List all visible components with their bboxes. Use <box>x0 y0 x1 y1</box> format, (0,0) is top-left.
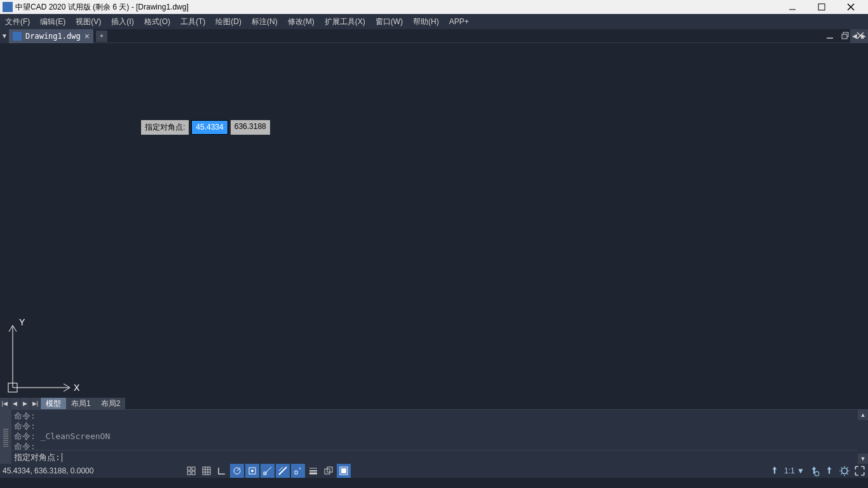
status-otrack-button[interactable] <box>261 464 275 478</box>
svg-rect-14 <box>187 471 191 475</box>
layout-tab-layout2[interactable]: 布局2 <box>96 398 126 409</box>
status-grid-button[interactable] <box>200 464 214 478</box>
status-polar-button[interactable] <box>230 464 244 478</box>
command-window-grip[interactable] <box>0 410 11 464</box>
svg-rect-6 <box>842 34 847 39</box>
command-prompt: 指定对角点: <box>14 452 60 463</box>
ucs-x-label: X <box>74 383 80 393</box>
command-window: 命令: 命令: 命令: _CleanScreenON 命令: 指定对角点: ▲ … <box>0 409 868 464</box>
menu-window[interactable]: 窗口(W) <box>376 17 403 27</box>
window-minimize-button[interactable] <box>778 0 807 14</box>
mdi-window-controls <box>825 30 865 41</box>
status-cycle-button[interactable] <box>322 464 336 478</box>
status-osnap-button[interactable] <box>245 464 259 478</box>
command-history[interactable]: 命令: 命令: 命令: _CleanScreenON 命令: <box>11 410 858 450</box>
status-settings-icon[interactable] <box>839 465 850 477</box>
document-tab-close-button[interactable]: × <box>85 31 90 41</box>
status-snap-button[interactable] <box>184 464 198 478</box>
drawing-canvas[interactable]: 指定对角点: 45.4334 636.3188 Y X <box>0 43 868 394</box>
menu-edit[interactable]: 编辑(E) <box>40 17 65 27</box>
menu-draw[interactable]: 绘图(D) <box>215 17 241 27</box>
command-history-line: 命令: <box>14 411 855 421</box>
statusbar: 45.4334, 636.3188, 0.0000 + 1:1 ▼ <box>0 464 868 478</box>
mdi-restore-button[interactable] <box>840 30 850 41</box>
dwg-file-icon <box>13 32 22 41</box>
svg-rect-1 <box>818 4 825 10</box>
status-cleanscreen-icon[interactable] <box>854 465 865 477</box>
dynamic-input-tooltip: 指定对角点: 45.4334 636.3188 <box>141 120 270 135</box>
status-dyn-button[interactable]: + <box>291 464 305 478</box>
status-annotation-autoscale-icon[interactable] <box>824 465 835 477</box>
svg-rect-31 <box>341 468 346 473</box>
layout-tab-model[interactable]: 模型 <box>41 398 66 409</box>
menu-insert[interactable]: 插入(I) <box>111 17 133 27</box>
svg-point-33 <box>842 468 848 474</box>
command-input-line[interactable]: 指定对角点: <box>11 450 858 464</box>
dynamic-input-x-field[interactable]: 45.4334 <box>191 120 227 135</box>
menu-modify[interactable]: 修改(M) <box>288 17 315 27</box>
layout-nav-first-button[interactable]: |◀ <box>0 398 10 409</box>
status-lwt-button[interactable] <box>276 464 290 478</box>
command-history-line: 命令: _CleanScreenON <box>14 431 855 442</box>
window-titlebar: 中望CAD 2020 试用版 (剩余 6 天) - [Drawing1.dwg] <box>0 0 868 14</box>
layout-nav-prev-button[interactable]: ◀ <box>10 398 20 409</box>
window-maximize-button[interactable] <box>807 0 836 14</box>
document-tabbar: ▼ Drawing1.dwg × + ◀ ▶ <box>0 29 868 43</box>
status-model-button[interactable] <box>337 464 351 478</box>
command-scroll-up-button[interactable]: ▲ <box>858 410 868 420</box>
document-tab-active[interactable]: Drawing1.dwg × <box>9 29 93 43</box>
menubar: 文件(F) 编辑(E) 视图(V) 插入(I) 格式(O) 工具(T) 绘图(D… <box>0 14 868 29</box>
tab-menu-dropdown[interactable]: ▼ <box>0 29 9 43</box>
status-annotation-scale-value[interactable]: 1:1 ▼ <box>784 466 804 475</box>
command-scroll-down-button[interactable]: ▼ <box>858 454 868 464</box>
command-scrollbar[interactable]: ▲ ▼ <box>858 410 868 464</box>
app-icon <box>3 2 13 12</box>
dynamic-input-y-field[interactable]: 636.3188 <box>231 120 270 135</box>
ucs-y-label: Y <box>19 317 25 327</box>
menu-format[interactable]: 格式(O) <box>144 17 170 27</box>
dynamic-input-prompt: 指定对角点: <box>141 120 189 135</box>
svg-text:+: + <box>299 466 301 471</box>
svg-point-19 <box>251 470 254 472</box>
command-cursor <box>62 453 62 462</box>
mdi-minimize-button[interactable] <box>825 30 835 41</box>
status-coordinates[interactable]: 45.4334, 636.3188, 0.0000 <box>3 466 93 475</box>
svg-line-23 <box>279 467 283 471</box>
svg-line-20 <box>264 467 271 475</box>
window-close-button[interactable] <box>836 0 865 14</box>
mdi-close-button[interactable] <box>855 30 865 41</box>
command-history-line: 命令: <box>14 421 855 431</box>
svg-rect-13 <box>192 467 195 470</box>
menu-extend-tools[interactable]: 扩展工具(X) <box>325 17 365 27</box>
svg-line-22 <box>279 467 287 475</box>
document-tab-name: Drawing1.dwg <box>25 32 81 41</box>
svg-rect-12 <box>187 467 191 470</box>
new-document-tab-button[interactable]: + <box>96 30 107 42</box>
layout-tab-layout1[interactable]: 布局1 <box>66 398 96 409</box>
menu-app-plus[interactable]: APP+ <box>449 17 469 26</box>
command-scroll-track[interactable] <box>858 420 868 454</box>
layout-tabbar: |◀ ◀ ▶ ▶| 模型 布局1 布局2 <box>0 398 868 409</box>
svg-point-32 <box>815 471 819 476</box>
layout-nav-last-button[interactable]: ▶| <box>31 398 41 409</box>
status-annotation-visibility-icon[interactable] <box>808 465 820 477</box>
menu-tools[interactable]: 工具(T) <box>180 17 205 27</box>
menu-help[interactable]: 帮助(H) <box>413 17 439 27</box>
menu-view[interactable]: 视图(V) <box>76 17 101 27</box>
status-ortho-button[interactable] <box>215 464 229 478</box>
command-history-line: 命令: <box>14 442 855 450</box>
status-annotation-scale-icon[interactable] <box>769 465 780 477</box>
menu-file[interactable]: 文件(F) <box>5 17 30 27</box>
menu-dimension[interactable]: 标注(N) <box>252 17 278 27</box>
window-title: 中望CAD 2020 试用版 (剩余 6 天) - [Drawing1.dwg] <box>15 2 778 13</box>
status-lineweight-button[interactable] <box>306 464 320 478</box>
layout-nav-next-button[interactable]: ▶ <box>20 398 31 409</box>
ucs-icon: Y X <box>5 319 81 397</box>
svg-rect-15 <box>192 471 195 475</box>
